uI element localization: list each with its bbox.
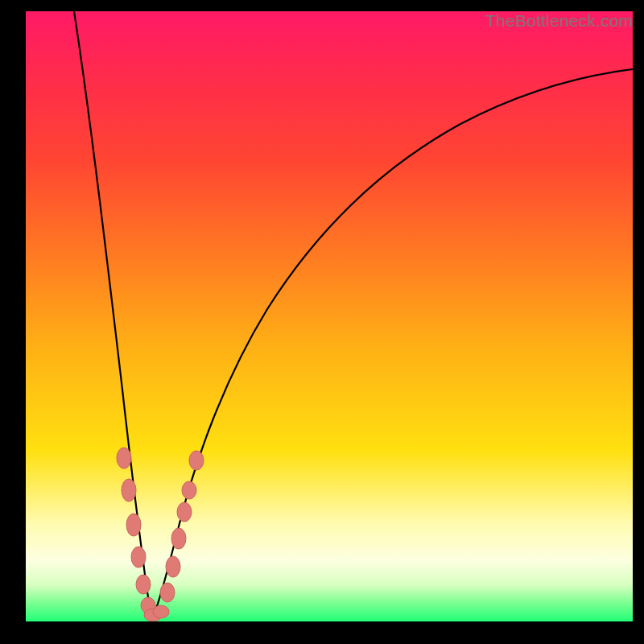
marker-dot (166, 556, 180, 577)
marker-dot (136, 575, 151, 594)
marker-dot (177, 502, 192, 522)
marker-dot (160, 583, 175, 602)
marker-dot (126, 514, 141, 536)
curve-layer (26, 11, 633, 621)
marker-dot (131, 547, 146, 568)
marker-dot (117, 448, 131, 469)
marker-dot (122, 479, 136, 502)
chart-frame: TheBottleneck.com (0, 0, 644, 644)
marker-dot (189, 451, 204, 470)
marker-cluster (117, 448, 204, 621)
marker-dot (153, 605, 169, 618)
plot-area (26, 11, 633, 621)
marker-dot (171, 528, 186, 549)
watermark-text: TheBottleneck.com (485, 11, 633, 31)
marker-dot (182, 481, 196, 499)
right-branch-curve (153, 69, 633, 617)
